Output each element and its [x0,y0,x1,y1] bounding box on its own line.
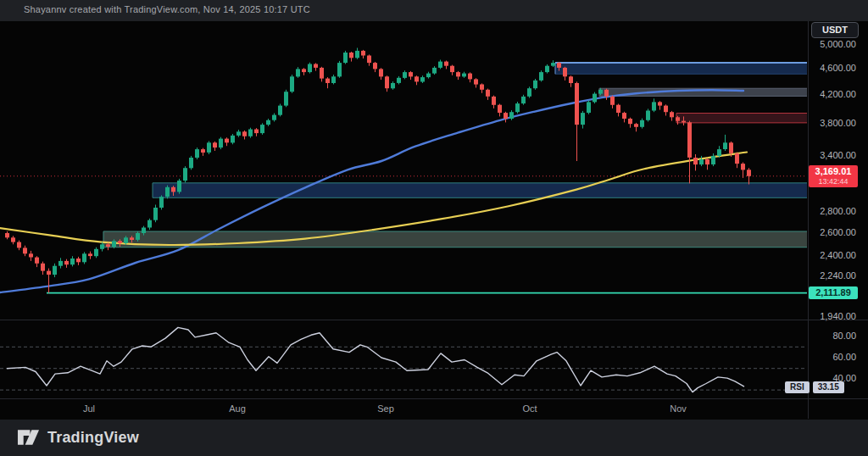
candle-body [355,51,359,58]
price-tick-label: 2,240.00 [788,270,856,281]
candle-body [474,79,478,84]
candle-body [373,63,377,69]
price-tick-label: 4,600.00 [788,63,856,73]
candle-body [622,113,626,119]
candle-body [438,62,442,68]
candle-body [76,259,81,262]
candle-body [47,271,51,275]
price-tick-label: 1,940.00 [788,311,856,321]
last-price-label: 3,169.01 13:42:44 [809,165,858,187]
candle-body [64,261,69,264]
candle-body [539,72,543,81]
price-tick-label: 2,400.00 [788,250,856,260]
candle-body [735,153,739,164]
candle-body [533,81,537,88]
month-label-nov: Nov [670,403,687,414]
candle-body [545,66,549,72]
candle-body [616,105,620,113]
candle-body [124,237,128,243]
candle-body [670,112,674,117]
candle-body [456,72,460,76]
candle-body [106,244,110,247]
rsi-tick-label: 80.00 [788,331,856,341]
candle-body [343,53,348,63]
candle-body [385,76,389,88]
candle-body [260,125,264,133]
candle-body [628,119,632,124]
candle-body [486,90,490,97]
rsi-name-badge[interactable]: RSI [785,381,810,393]
candle-body [557,63,561,68]
price-tick-label: 2,800.00 [788,206,856,216]
candle-body [426,74,431,78]
candle-body [130,237,134,240]
price-chart-canvas[interactable] [0,0,868,456]
candle-body [361,51,365,56]
candle-body [515,103,520,112]
candle-body [462,74,466,77]
candle-body [575,83,579,125]
candle-body [17,242,21,248]
candle-body [403,72,407,78]
candle-body [367,56,371,64]
candle-body [521,97,526,103]
candle-body [189,158,193,168]
candle-body [272,115,276,120]
rsi-indicator-legend[interactable]: RSI 33.15 [785,381,844,393]
candle-body [142,228,146,234]
candle-body [569,76,573,83]
resistance-zone-3850 [676,113,807,122]
candle-body [450,66,454,72]
candle-body [53,266,57,275]
candle-body [112,241,116,247]
candle-body [58,261,63,266]
tradingview-logo[interactable]: TradingView [17,426,139,448]
candle-body [640,120,644,127]
candle-body [314,64,318,68]
candle-body [420,77,425,81]
candle-body [266,120,270,125]
candle-body [219,139,223,148]
candle-body [213,142,217,147]
month-label-oct: Oct [522,403,537,414]
bar-countdown: 13:42:44 [809,177,858,186]
candle-body [290,76,294,92]
candle-body [658,102,662,105]
candle-body [23,247,27,253]
supply-zone-4600 [555,63,807,74]
candle-body [331,76,336,83]
time-axis-divider [0,398,868,399]
candle-body [747,170,751,176]
candle-body [379,69,383,76]
candle-body [664,106,668,113]
candle-body [136,233,140,240]
candle-body [94,249,98,256]
candle-body [563,68,567,76]
candle-body [676,117,680,120]
candle-body [195,149,199,158]
candle-body [699,159,704,164]
rsi-value-badge: 33.15 [813,381,844,393]
candle-body [236,131,241,136]
currency-toggle-button[interactable]: USDT [811,22,859,38]
candle-body [201,149,205,153]
price-tick-label: 4,200.00 [788,89,856,99]
candle-body [468,74,472,80]
candle-body [598,90,603,94]
candle-body [409,72,413,76]
candle-body [29,253,33,257]
candle-body [147,220,152,228]
candle-body [278,106,282,115]
candle-body [225,139,229,143]
candle-body [527,88,531,97]
candle-body [509,112,514,119]
price-tick-label: 3,800.00 [788,118,856,128]
candle-body [581,113,585,125]
candle-body [610,97,615,105]
pane-divider[interactable] [0,320,868,320]
support-zone-3000 [153,183,807,197]
candle-body [397,78,401,83]
candle-body [349,53,353,58]
candle-body [326,79,330,83]
candle-body [480,85,484,90]
